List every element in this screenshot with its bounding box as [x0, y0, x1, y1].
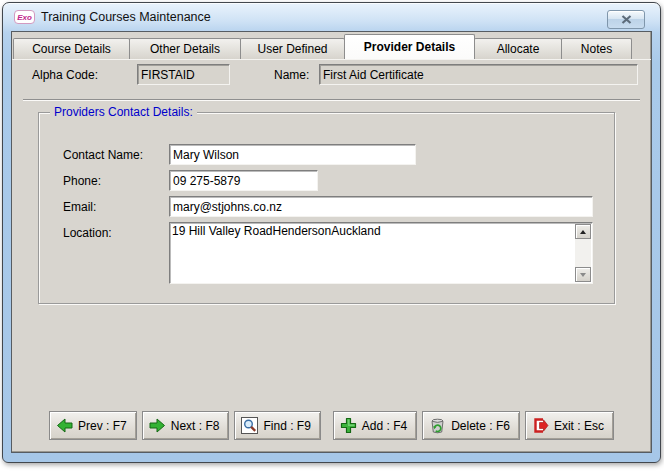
prev-button-label: Prev : F7	[78, 419, 127, 433]
tab-other-details[interactable]: Other Details	[129, 38, 241, 59]
training-courses-maintenance-window: Exo Training Courses Maintenance Course …	[2, 2, 661, 463]
find-button-label: Find : F9	[263, 419, 310, 433]
group-title: Providers Contact Details:	[50, 105, 197, 119]
header-separator	[23, 99, 640, 101]
triangle-up-icon	[580, 230, 586, 234]
contact-name-label: Contact Name:	[63, 148, 143, 162]
prev-button[interactable]: Prev : F7	[49, 411, 137, 440]
red-exit-arrow-icon	[532, 417, 549, 434]
email-label: Email:	[63, 200, 96, 214]
exit-button-label: Exit : Esc	[554, 419, 604, 433]
tab-provider-details[interactable]: Provider Details	[344, 34, 475, 59]
green-arrow-left-icon	[56, 417, 73, 434]
exit-button[interactable]: Exit : Esc	[525, 411, 614, 440]
green-plus-icon	[340, 417, 357, 434]
scroll-down-button[interactable]	[575, 267, 591, 282]
close-button[interactable]	[607, 10, 645, 29]
add-button[interactable]: Add : F4	[333, 411, 417, 440]
tab-course-details[interactable]: Course Details	[13, 38, 130, 59]
dialog-body: Course Details Other Details User Define…	[11, 31, 652, 453]
delete-button[interactable]: Delete : F6	[422, 411, 520, 440]
tab-underline	[12, 59, 651, 60]
green-arrow-right-icon	[149, 417, 166, 434]
close-x-icon	[621, 15, 632, 24]
next-button-label: Next : F8	[171, 419, 220, 433]
bottom-toolbar: Prev : F7 Next : F8 Find : F9	[12, 411, 651, 440]
tab-user-defined[interactable]: User Defined	[240, 38, 345, 59]
tab-bar: Course Details Other Details User Define…	[13, 34, 631, 59]
recycle-bin-icon	[429, 417, 446, 434]
alpha-code-field[interactable]	[137, 64, 230, 85]
find-button[interactable]: Find : F9	[234, 411, 320, 440]
providers-contact-details-group: Providers Contact Details: Contact Name:…	[38, 112, 615, 304]
phone-input[interactable]	[169, 170, 318, 191]
name-label: Name:	[274, 68, 309, 82]
email-input[interactable]	[169, 196, 593, 217]
triangle-down-icon	[580, 273, 586, 277]
phone-label: Phone:	[63, 174, 101, 188]
magnifier-icon	[241, 417, 258, 434]
window-title: Training Courses Maintenance	[41, 10, 211, 24]
course-name-field[interactable]	[319, 64, 638, 85]
titlebar[interactable]: Exo Training Courses Maintenance	[3, 3, 660, 31]
location-box: 19 Hill Valley RoadHendersonAuckland	[169, 222, 593, 284]
contact-name-input[interactable]	[169, 144, 416, 165]
next-button[interactable]: Next : F8	[142, 411, 230, 440]
alpha-code-label: Alpha Code:	[32, 68, 98, 82]
tab-notes[interactable]: Notes	[561, 38, 632, 59]
location-scrollbar[interactable]	[575, 224, 591, 282]
tab-allocate[interactable]: Allocate	[474, 38, 562, 59]
location-textarea[interactable]: 19 Hill Valley RoadHendersonAuckland	[172, 224, 574, 282]
add-button-label: Add : F4	[362, 419, 407, 433]
location-label: Location:	[63, 226, 112, 240]
delete-button-label: Delete : F6	[451, 419, 510, 433]
scroll-up-button[interactable]	[575, 224, 591, 239]
exo-app-icon: Exo	[14, 10, 35, 24]
